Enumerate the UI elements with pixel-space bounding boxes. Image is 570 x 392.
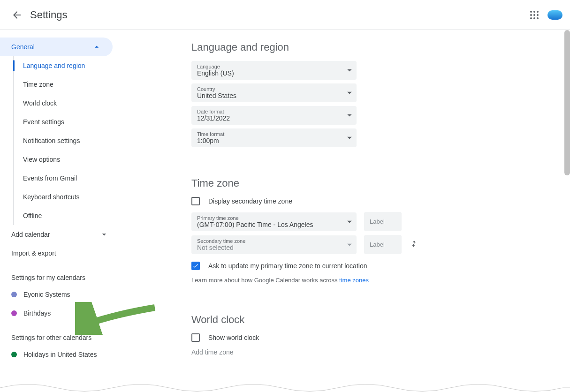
sidebar-item-time-zone[interactable]: Time zone <box>14 75 120 94</box>
calendar-name: Eyonic Systems <box>23 291 70 298</box>
select-date-format[interactable]: Date format 12/31/2022 <box>191 106 357 125</box>
select-value: English (US) <box>197 69 351 77</box>
page-title: Settings <box>30 9 68 21</box>
sidebar-item-keyboard-shortcuts[interactable]: Keyboard shortcuts <box>14 188 120 206</box>
section-time-zone: Time zone Display secondary time zone Pr… <box>191 177 531 284</box>
checkbox-display-secondary[interactable]: Display secondary time zone <box>191 197 531 205</box>
sidebar-cal-eyonic[interactable]: Eyonic Systems <box>0 285 120 304</box>
header-bar: Settings <box>0 0 570 30</box>
swap-vert-icon <box>409 239 418 249</box>
select-label: Primary time zone <box>197 215 351 221</box>
back-button[interactable] <box>8 6 26 24</box>
select-label: Country <box>197 86 351 92</box>
select-value: Not selected <box>197 244 351 251</box>
apps-grid-icon <box>530 11 539 19</box>
select-primary-tz[interactable]: Primary time zone (GMT-07:00) Pacific Ti… <box>191 212 357 231</box>
chevron-down-icon <box>99 230 109 239</box>
calendar-name: Birthdays <box>23 309 51 317</box>
select-label: Secondary time zone <box>197 238 351 244</box>
add-time-zone-text: Add time zone <box>191 348 531 356</box>
torn-edge-decoration <box>0 378 570 392</box>
sidebar-item-event-settings[interactable]: Event settings <box>14 113 120 131</box>
caret-down-icon <box>347 137 352 139</box>
select-time-format[interactable]: Time format 1:00pm <box>191 128 357 147</box>
select-secondary-tz[interactable]: Secondary time zone Not selected <box>191 235 357 254</box>
sidebar-item-events-from-gmail[interactable]: Events from Gmail <box>14 169 120 188</box>
swap-timezones-button[interactable] <box>409 239 418 250</box>
caret-down-icon <box>347 220 352 223</box>
calendar-color-dot <box>11 352 17 357</box>
caret-down-icon <box>347 243 352 246</box>
select-value: (GMT-07:00) Pacific Time - Los Angeles <box>197 221 351 228</box>
google-apps-button[interactable] <box>525 6 544 24</box>
select-label: Time format <box>197 131 351 137</box>
sidebar-item-offline[interactable]: Offline <box>14 206 120 225</box>
checkbox-show-world-clock[interactable]: Show world clock <box>191 333 531 342</box>
sidebar-item-view-options[interactable]: View options <box>14 150 120 169</box>
checkbox-ask-update-tz[interactable]: Ask to update my primary time zone to cu… <box>191 262 531 270</box>
caret-down-icon <box>347 114 352 117</box>
sidebar-cal-holidays[interactable]: Holidays in United States <box>0 345 120 364</box>
select-country[interactable]: Country United States <box>191 83 357 102</box>
time-zones-link[interactable]: time zones <box>339 277 369 284</box>
caret-down-icon <box>347 69 352 72</box>
checkbox-label: Show world clock <box>208 334 259 341</box>
select-label: Language <box>197 64 351 69</box>
sidebar-cal-birthdays[interactable]: Birthdays <box>0 304 120 323</box>
scrollbar-thumb[interactable] <box>564 30 570 175</box>
calendar-name: Holidays in United States <box>23 351 97 358</box>
calendar-color-dot <box>11 310 17 316</box>
sidebar-heading-my-calendars: Settings for my calendars <box>0 263 120 285</box>
help-text: Learn more about how Google Calendar wor… <box>191 277 531 284</box>
select-value: 12/31/2022 <box>197 114 351 122</box>
sidebar-item-add-calendar[interactable]: Add calendar <box>0 225 120 244</box>
select-language[interactable]: Language English (US) <box>191 61 357 80</box>
checkbox-label: Ask to update my primary time zone to cu… <box>208 262 367 270</box>
sidebar-item-notification-settings[interactable]: Notification settings <box>14 131 120 150</box>
input-primary-tz-label[interactable]: Label <box>364 212 402 231</box>
sidebar-item-world-clock[interactable]: World clock <box>14 94 120 113</box>
select-value: 1:00pm <box>197 137 351 144</box>
select-value: United States <box>197 92 351 99</box>
checkbox-checked-icon <box>191 262 200 270</box>
section-title: World clock <box>191 314 531 326</box>
caret-down-icon <box>347 92 352 94</box>
sidebar-item-import-export[interactable]: Import & export <box>0 244 120 263</box>
checkbox-label: Display secondary time zone <box>208 197 292 205</box>
sidebar-sublist-general: Language and region Time zone World cloc… <box>13 56 120 225</box>
section-world-clock: World clock Show world clock Add time zo… <box>191 314 531 356</box>
sidebar-section-general[interactable]: General <box>0 38 113 56</box>
settings-sidebar: General Language and region Time zone Wo… <box>0 30 120 392</box>
calendar-color-dot <box>11 292 17 297</box>
section-title: Language and region <box>191 41 531 53</box>
arrow-left-icon <box>11 9 23 21</box>
sidebar-heading-other-calendars: Settings for other calendars <box>0 323 120 345</box>
checkbox-icon <box>191 333 200 342</box>
sidebar-item-label: Add calendar <box>11 231 50 238</box>
checkbox-icon <box>191 197 200 205</box>
account-avatar[interactable] <box>547 10 562 20</box>
settings-content: Language and region Language English (US… <box>120 30 542 392</box>
select-label: Date format <box>197 109 351 114</box>
input-secondary-tz-label[interactable]: Label <box>364 235 402 254</box>
chevron-up-icon <box>92 42 101 52</box>
section-language-region: Language and region Language English (US… <box>191 41 531 147</box>
sidebar-section-label: General <box>11 43 35 51</box>
section-title: Time zone <box>191 177 531 189</box>
sidebar-item-label: Import & export <box>11 249 56 257</box>
sidebar-item-language-region[interactable]: Language and region <box>14 56 120 75</box>
